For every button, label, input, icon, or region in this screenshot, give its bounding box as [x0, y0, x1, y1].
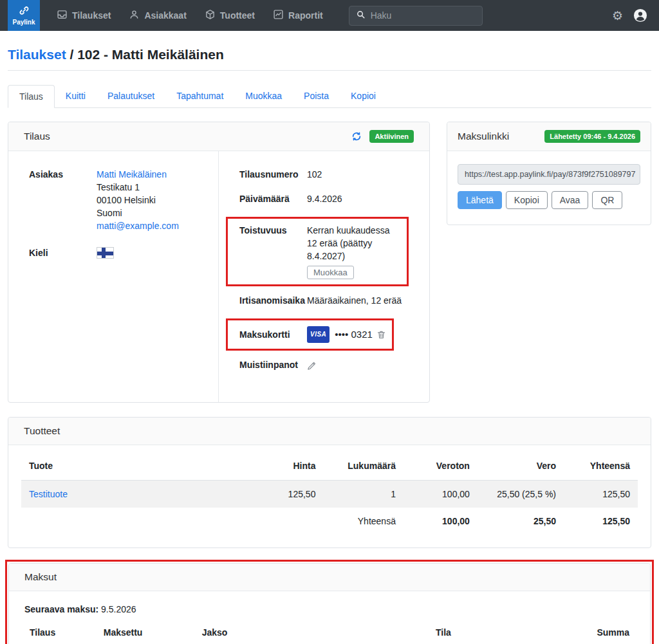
col-lukumaara: Lukumäärä — [323, 452, 404, 481]
total-tax: 25,50 — [478, 508, 564, 535]
payments-table: Tilaus Maksettu Jakso Tila Summa 102 9.4… — [22, 618, 637, 644]
navbar-right: ⚙ — [612, 8, 659, 23]
order-date-label: Päivämäärä — [239, 192, 307, 205]
order-date-value: 9.4.2026 — [307, 192, 342, 205]
top-navbar: Paylink Tilaukset Asiakkaat — [0, 0, 659, 31]
customer-address-line: Suomi — [97, 207, 179, 219]
total-label: Yhteensä — [323, 508, 404, 535]
paylink-card-header: Maksulinkki Lähetetty 09:46 - 9.4.2026 — [447, 122, 651, 151]
card-number-masked: •••• 0321 — [335, 328, 373, 341]
next-payment-label: Seuraava maksu: — [24, 604, 98, 614]
send-button[interactable]: Lähetä — [458, 191, 502, 209]
edit-notes-pencil-icon[interactable] — [307, 361, 317, 371]
customer-label: Asiakas — [29, 168, 97, 232]
nav-item-raportit[interactable]: Raportit — [273, 9, 323, 22]
next-payment: Seuraava maksu: 9.5.2026 — [9, 591, 650, 618]
tab-kuitti[interactable]: Kuitti — [55, 85, 97, 107]
brand-label: Paylink — [12, 19, 35, 26]
col-tuote: Tuote — [21, 452, 255, 481]
notes-label: Muistiinpanot — [239, 358, 307, 371]
customer-address-line: Testikatu 1 — [97, 181, 179, 194]
paylink-url-field[interactable]: https://test.app.paylink.fi/pay/873f9f27… — [458, 164, 640, 185]
next-payment-date: 9.5.2026 — [101, 604, 136, 614]
paylink-logo[interactable]: Paylink — [8, 0, 40, 31]
product-qty: 1 — [323, 481, 404, 508]
nav-label: Tilaukset — [72, 10, 111, 21]
order-card-header: Tilaus Aktiivinen — [8, 122, 429, 151]
tab-tapahtumat[interactable]: Tapahtumat — [165, 85, 234, 107]
nav-label: Asiakkaat — [144, 10, 186, 21]
col-yhteensa: Yhteensä — [564, 452, 638, 481]
finland-flag-icon — [97, 247, 114, 259]
breadcrumb-separator: / — [66, 47, 78, 62]
customer-email-link[interactable]: matti@example.com — [97, 219, 179, 232]
order-card: Tilaus Aktiivinen — [8, 122, 430, 403]
product-price: 125,50 — [255, 481, 323, 508]
copy-button[interactable]: Kopioi — [506, 191, 548, 209]
product-tax: 25,50 (25,5 %) — [478, 481, 564, 508]
col-maksettu: Maksettu — [96, 618, 194, 644]
package-icon — [205, 9, 216, 22]
recurrence-installments: 12 erää (päättyy 8.4.2027) — [307, 237, 407, 262]
tab-tilaus[interactable]: Tilaus — [8, 85, 55, 108]
col-tilaus: Tilaus — [22, 618, 96, 644]
product-net: 100,00 — [404, 481, 478, 508]
refresh-icon[interactable] — [351, 131, 362, 142]
payments-annotation-box: Maksut Seuraava maksu: 9.5.2026 Tilaus M… — [5, 560, 654, 644]
products-table: Tuote Hinta Lukumäärä Veroton Vero Yhtee… — [21, 452, 638, 535]
search-icon — [356, 10, 366, 21]
total-net: 100,00 — [404, 508, 478, 535]
nav-item-tilaukset[interactable]: Tilaukset — [57, 9, 111, 22]
chart-icon — [273, 9, 284, 22]
notice-period-value: Määräaikainen, 12 erää — [307, 294, 402, 307]
tab-bar: Tilaus Kuitti Palautukset Tapahtumat Muo… — [8, 85, 651, 108]
open-button[interactable]: Avaa — [552, 191, 589, 209]
col-hinta: Hinta — [255, 452, 323, 481]
gear-icon[interactable]: ⚙ — [612, 10, 623, 22]
order-number-value: 102 — [307, 168, 322, 181]
breadcrumb-current: 102 - Matti Meikäläinen — [77, 47, 224, 62]
search-input[interactable] — [371, 10, 467, 21]
tab-muokkaa[interactable]: Muokkaa — [234, 85, 293, 107]
delete-card-trash-icon[interactable] — [376, 329, 386, 340]
nav-item-tuotteet[interactable]: Tuotteet — [205, 9, 255, 22]
qr-button[interactable]: QR — [592, 191, 622, 209]
notice-period-label: Irtisanomisaika — [239, 294, 307, 307]
order-status-badge: Aktiivinen — [369, 130, 414, 143]
recurrence-edit-button[interactable]: Muokkaa — [307, 266, 354, 279]
tab-kopioi[interactable]: Kopioi — [340, 85, 387, 107]
search-box[interactable] — [349, 6, 483, 26]
col-jakso: Jakso — [194, 618, 428, 644]
account-avatar-icon[interactable] — [633, 8, 647, 23]
language-label: Kieli — [29, 246, 97, 262]
nav-label: Raportit — [288, 10, 323, 21]
payments-card-title: Maksut — [24, 571, 57, 583]
nav-items: Tilaukset Asiakkaat Tuotteet — [57, 9, 323, 22]
recurrence-frequency: Kerran kuukaudessa — [307, 224, 407, 237]
payments-card: Maksut Seuraava maksu: 9.5.2026 Tilaus M… — [8, 563, 651, 644]
customer-name-link[interactable]: Matti Meikäläinen — [97, 168, 179, 181]
col-vero: Vero — [478, 452, 564, 481]
products-card: Tuotteet Tuote Hinta Lukumäärä Veroton V… — [8, 417, 651, 548]
paylink-card: Maksulinkki Lähetetty 09:46 - 9.4.2026 h… — [447, 122, 651, 225]
products-total-row: Yhteensä 100,00 25,50 125,50 — [21, 508, 638, 535]
inbox-icon — [57, 9, 68, 22]
tab-poista[interactable]: Poista — [293, 85, 340, 107]
product-total: 125,50 — [564, 481, 638, 508]
customer-address-line: 00100 Helsinki — [97, 194, 179, 207]
order-customer-column: Asiakas Matti Meikäläinen Testikatu 1 00… — [8, 151, 219, 402]
payment-card-annotation-box: Maksukortti VISA •••• 0321 — [226, 318, 394, 351]
tab-palautukset[interactable]: Palautukset — [97, 85, 165, 107]
payments-card-header: Maksut — [9, 564, 650, 591]
title-divider — [8, 70, 651, 71]
breadcrumb-parent-link[interactable]: Tilaukset — [8, 47, 66, 62]
nav-item-asiakkaat[interactable]: Asiakkaat — [129, 9, 186, 22]
paylink-sent-badge: Lähetetty 09:46 - 9.4.2026 — [544, 130, 640, 143]
total-sum: 125,50 — [564, 508, 638, 535]
page-title: Tilaukset / 102 - Matti Meikäläinen — [8, 47, 651, 62]
col-tila: Tila — [428, 618, 563, 644]
product-name-link[interactable]: Testituote — [29, 489, 68, 499]
order-details-column: Tilausnumero 102 Päivämäärä 9.4.2026 Toi… — [219, 151, 429, 402]
recurrence-label: Toistuvuus — [239, 224, 307, 279]
recurrence-annotation-box: Toistuvuus Kerran kuukaudessa 12 erää (p… — [226, 217, 409, 286]
